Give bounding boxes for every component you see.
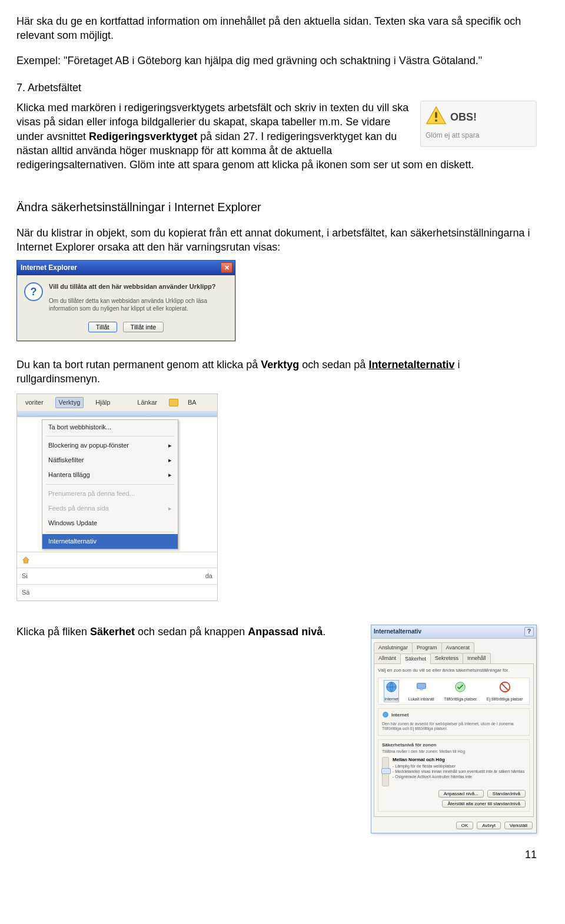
svg-marker-3 (23, 557, 29, 563)
tab-connections[interactable]: Anslutningar (374, 642, 413, 653)
ie-menubar: voriter Verktyg Hjälp Länkar BA (17, 394, 217, 412)
svg-point-10 (383, 712, 388, 717)
ia-tabs: Anslutningar Program Avancerat Allmänt S… (371, 639, 536, 663)
zone-internet[interactable]: Internet (384, 681, 398, 702)
addressbar-strip (17, 412, 217, 417)
intro-p2: Exempel: "Företaget AB i Göteborg kan hj… (16, 54, 537, 68)
tab-programs[interactable]: Program (412, 642, 442, 653)
checkmark-icon (454, 681, 467, 695)
zone-local-intranet[interactable]: Lokalt intranät (408, 681, 434, 702)
dialog-description: Om du tillåter detta kan webbsidan använ… (49, 297, 228, 312)
level-range: Tillåtna nivåer i den här zonen: Mellan … (382, 749, 526, 754)
menubar-links[interactable]: Länkar (134, 397, 161, 408)
verktyg-menu-screenshot: voriter Verktyg Hjälp Länkar BA Ta bort … (16, 393, 218, 601)
ia-titlebar[interactable]: Internetalternativ ? (371, 625, 536, 639)
tab-general[interactable]: Allmänt (374, 653, 401, 663)
ie-clipboard-dialog: Internet Explorer ✕ ? Vill du tillåta at… (16, 260, 235, 341)
level-bullets: Lämplig för de flesta webbplatser Meddel… (393, 763, 524, 780)
svg-rect-6 (420, 689, 423, 691)
chevron-right-icon: ▸ (168, 456, 172, 465)
section-7-heading: 7. Arbetsfältet (16, 81, 537, 95)
question-mark-icon: ? (24, 282, 43, 301)
apply-button[interactable]: Verkställ (504, 822, 533, 829)
obs-subtitle: Glöm ej att spara (426, 131, 531, 140)
menu-delete-history[interactable]: Ta bort webbhistorik... (42, 420, 178, 435)
help-icon[interactable]: ? (524, 627, 534, 636)
cancel-button[interactable]: Avbryt (477, 822, 501, 829)
zone-description: Välj en zon som du vill se eller ändra s… (378, 668, 530, 674)
chevron-right-icon: ▸ (168, 504, 172, 513)
side-label-da: da (205, 572, 212, 581)
dialog-question: Vill du tillåta att den här webbsidan an… (49, 282, 228, 291)
folder-label[interactable]: BA (188, 398, 197, 407)
zone-list: Internet Lokalt intranät Tillförlitliga … (378, 678, 530, 705)
menubar-favorites[interactable]: voriter (22, 397, 47, 408)
internet-options-dialog: Internetalternativ ? Anslutningar Progra… (371, 625, 537, 833)
tab-content[interactable]: Innehåll (463, 653, 491, 663)
reset-zones-button[interactable]: Återställ alla zoner till standardnivå (442, 800, 526, 808)
obs-callout: OBS! Glöm ej att spara (420, 101, 537, 146)
allow-button[interactable]: Tillåt (88, 322, 117, 332)
home-icon[interactable] (22, 556, 30, 564)
dialog-titlebar[interactable]: Internet Explorer ✕ (17, 261, 235, 275)
zone-restricted[interactable]: Ej tillförlitliga platser (487, 681, 523, 702)
computer-icon (415, 681, 428, 695)
tools-dropdown: Ta bort webbhistorik... Blockering av po… (42, 419, 178, 550)
zone-internet-desc: Den här zonen är avsedd för webbplatser … (382, 722, 526, 732)
deny-button[interactable]: Tillåt inte (123, 322, 164, 332)
close-icon[interactable]: ✕ (221, 262, 232, 273)
folder-icon[interactable] (169, 398, 180, 407)
menu-phishing-filter[interactable]: Nätfiskefilter▸ (42, 453, 178, 468)
slider-thumb[interactable] (381, 768, 391, 774)
remove-box-paragraph: Du kan ta bort rutan permanent genom att… (16, 358, 537, 386)
security-level-group: Säkerhetsnivå för zonen Tillåtna nivåer … (378, 739, 530, 812)
level-name: Mellan Normal och Hög (393, 757, 524, 763)
zone-trusted[interactable]: Tillförlitliga platser (444, 681, 477, 702)
menu-feeds-on-page: Feeds på denna sida▸ (42, 501, 178, 516)
level-group-title: Säkerhetsnivå för zonen (382, 742, 526, 749)
ok-button[interactable]: OK (456, 822, 474, 829)
ie-section-p1: När du klistrar in objekt, som du kopier… (16, 226, 537, 255)
intro-p1: Här ska du ge en kortfattad information … (16, 14, 537, 43)
globe-small-icon (382, 711, 389, 720)
menu-windows-update[interactable]: Windows Update (42, 516, 178, 531)
tab-privacy[interactable]: Sekretess (430, 653, 463, 663)
obs-title: OBS! (450, 110, 477, 124)
menu-internet-options[interactable]: Internetalternativ (42, 534, 178, 549)
ia-title: Internetalternativ (374, 628, 421, 636)
ia-dialog-buttons: OK Avbryt Verkställ (371, 819, 536, 833)
ie-section-heading: Ändra säkerhetsinställningar i Internet … (16, 199, 537, 215)
ie-sidebar-fragment (17, 552, 217, 568)
page-content: Här ska du ge en kortfattad information … (16, 14, 537, 862)
custom-level-button[interactable]: Anpassad nivå... (438, 790, 484, 798)
side-label-si: Si (22, 572, 28, 581)
menubar-help[interactable]: Hjälp (92, 397, 114, 408)
menu-subscribe-feed: Prenumerera på denna feed... (42, 486, 178, 501)
menu-popup-blocker[interactable]: Blockering av popup-fönster▸ (42, 438, 178, 453)
page-number: 11 (16, 848, 537, 862)
dialog-title: Internet Explorer (21, 263, 77, 272)
chevron-right-icon: ▸ (168, 471, 172, 479)
warning-triangle-icon (426, 105, 447, 129)
menubar-tools[interactable]: Verktyg (55, 397, 84, 408)
svg-rect-5 (417, 683, 426, 689)
zone-internet-group: Internet Den här zonen är avsedd för web… (378, 708, 530, 736)
svg-rect-2 (435, 119, 437, 122)
tab-security[interactable]: Säkerhet (400, 653, 431, 664)
menu-manage-addons[interactable]: Hantera tillägg▸ (42, 468, 178, 482)
chevron-right-icon: ▸ (168, 441, 172, 450)
svg-rect-1 (435, 112, 437, 118)
globe-icon (385, 681, 398, 695)
no-entry-icon (498, 681, 511, 695)
security-slider[interactable] (382, 757, 389, 786)
default-level-button[interactable]: Standardnivå (487, 790, 526, 798)
click-tab-paragraph: Klicka på fliken Säkerhet och sedan på k… (16, 625, 354, 639)
tab-advanced[interactable]: Avancerat (441, 642, 474, 653)
side-label-sa: Sä (22, 588, 29, 597)
